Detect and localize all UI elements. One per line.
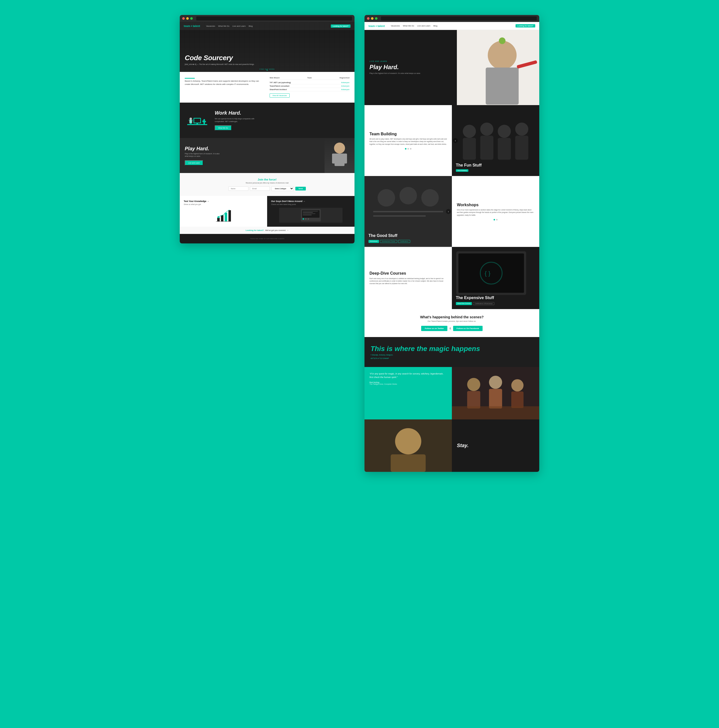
deep-dive-desc: Each and every one of our developers is … bbox=[369, 277, 447, 285]
svg-point-47 bbox=[421, 189, 439, 207]
section2-arrow-right[interactable]: › bbox=[446, 209, 451, 214]
vac-header: Web Wizard Team Hogeschool bbox=[270, 77, 350, 80]
right-nav-vacancies[interactable]: Vacancies bbox=[391, 25, 400, 27]
right-nav-live-learn[interactable]: Live and Learn bbox=[417, 25, 430, 27]
nav-vacancies[interactable]: Vacancies bbox=[206, 25, 215, 27]
svg-point-29 bbox=[307, 218, 309, 220]
good-stuff-tag-1: Workshops bbox=[369, 240, 379, 243]
svg-point-45 bbox=[378, 189, 395, 207]
section1-arrow-left[interactable]: ‹ bbox=[453, 138, 458, 143]
magic-title: This is where the magic happens bbox=[370, 344, 533, 353]
svg-point-6 bbox=[190, 118, 192, 120]
join-email-input[interactable] bbox=[250, 187, 270, 191]
team-building-text: Team Building All work and no play makes… bbox=[364, 105, 452, 176]
svg-point-27 bbox=[303, 218, 304, 220]
good-stuff-tag-2: Development Tracks bbox=[380, 240, 397, 243]
vacancies-list: Web Wizard Team Hogeschool T4T .NET Lab … bbox=[270, 77, 350, 98]
deep-dive-title: Deep-Dive Courses bbox=[369, 271, 447, 275]
join-form: Select Jobtype Send bbox=[185, 186, 350, 191]
right-nav-what-we-do[interactable]: What We Do bbox=[403, 25, 414, 27]
follow-facebook-btn[interactable]: Follow us On Facebook bbox=[453, 326, 483, 331]
fun-stuff-overlay: The Fun Stuff Team Building bbox=[456, 163, 535, 172]
right-hero-tag: LIVE AND LEARN bbox=[369, 60, 452, 62]
nav-links: Vacancies What We Do Live and Learn Blog bbox=[206, 25, 252, 27]
good-stuff-tags: Workshops Development Tracks Certificati… bbox=[369, 240, 448, 243]
workshops-title: Workshops bbox=[457, 202, 534, 207]
svg-rect-0 bbox=[187, 124, 207, 125]
good-stuff-title: The Good Stuff bbox=[369, 233, 448, 238]
accent-bar bbox=[185, 78, 195, 79]
what-we-do-btn[interactable]: What We Do bbox=[215, 125, 232, 131]
blog-right-title: Our Guys Don't Mess Around → bbox=[271, 200, 350, 202]
footer-text: THESE ARE SOME OF OUR AWESOME CLIENTS bbox=[185, 236, 350, 241]
svg-point-65 bbox=[395, 428, 421, 454]
vac-row-2-title: Team4Talent consultant bbox=[270, 85, 289, 87]
right-logo-team: team bbox=[369, 24, 375, 28]
svg-rect-43 bbox=[515, 136, 529, 160]
blog-left-visual bbox=[216, 208, 231, 223]
svg-point-36 bbox=[463, 125, 476, 138]
svg-rect-8 bbox=[203, 119, 205, 124]
svg-rect-50 bbox=[373, 216, 426, 217]
quote-grid: "If in any quest for magic, in any searc… bbox=[364, 367, 539, 419]
join-jobtype-select[interactable]: Select Jobtype bbox=[271, 186, 294, 191]
footer-cta-text: We've got you covered. → bbox=[265, 229, 289, 231]
blog-right-subtitle: Check out their latest blog posts bbox=[271, 203, 350, 205]
svg-point-31 bbox=[488, 41, 517, 70]
quote-author-name: Rod Serling bbox=[369, 381, 379, 383]
right-nav-blog[interactable]: Blog bbox=[433, 25, 438, 27]
nav-what-we-do[interactable]: What We Do bbox=[218, 25, 229, 27]
follow-twitter-btn[interactable]: Follow us on Twitter bbox=[421, 326, 447, 331]
vac-row-3[interactable]: SharePoint Architect Antwerpen bbox=[270, 88, 350, 91]
dot-2-active bbox=[494, 219, 495, 220]
live-learn-btn[interactable]: Live and Learn bbox=[185, 160, 203, 165]
left-browser-window: team + talent Vacancies What We Do Live … bbox=[180, 15, 355, 243]
svg-rect-15 bbox=[217, 218, 220, 222]
vac-row-1[interactable]: T4T .NET Lab (oplending) Antwerpen bbox=[270, 81, 350, 84]
right-hero-desc: Play is the highest form of research. It… bbox=[369, 72, 452, 75]
good-stuff-tag-3: Certifications bbox=[398, 240, 410, 243]
right-logo-talent: talent bbox=[378, 24, 385, 28]
footer-section: THESE ARE SOME OF OUR AWESOME CLIENTS bbox=[180, 234, 355, 243]
blog-right: Our Guys Don't Mess Around → Check out t… bbox=[267, 196, 355, 227]
vacancies-text: Based in Antwerp, Team4Talent trains and… bbox=[185, 77, 265, 98]
svg-rect-63 bbox=[452, 406, 539, 419]
svg-point-42 bbox=[515, 122, 529, 136]
svg-rect-60 bbox=[489, 389, 502, 408]
right-section-1: Team Building All work and no play makes… bbox=[364, 105, 539, 176]
work-hard-desc: We use special forces to help large comp… bbox=[215, 117, 255, 123]
bs-buttons: Follow us on Twitter & Follow us On Face… bbox=[370, 326, 533, 331]
expensive-tag-2: Certifications & Bootcamps bbox=[473, 302, 494, 305]
join-send-btn[interactable]: Send bbox=[295, 187, 306, 191]
nav-cta[interactable]: Looking for talent? bbox=[331, 24, 350, 28]
svg-rect-39 bbox=[480, 136, 494, 160]
dot-1-2 bbox=[407, 148, 409, 150]
quote-author: Rod Serling The Twilight Zone, Complete … bbox=[369, 381, 447, 385]
footer-cta-link[interactable]: Looking for talent? bbox=[246, 229, 264, 231]
right-dot-yellow bbox=[371, 17, 373, 20]
stay-text: Stay. bbox=[452, 419, 539, 472]
svg-rect-18 bbox=[228, 210, 231, 222]
vac-row-2[interactable]: Team4Talent consultant Antwerpen bbox=[270, 84, 350, 88]
svg-rect-26 bbox=[303, 215, 312, 215]
fun-stuff-title: The Fun Stuff bbox=[456, 163, 535, 168]
nav-live-and-learn[interactable]: Live and Learn bbox=[233, 25, 246, 27]
join-name-input[interactable] bbox=[228, 187, 248, 191]
expensive-stuff-image: { } The Expensive Stuff Deep-Dive Course… bbox=[452, 247, 539, 309]
svg-rect-7 bbox=[189, 120, 192, 123]
nav-blog[interactable]: Blog bbox=[249, 25, 252, 27]
join-title: Join the force! bbox=[185, 178, 350, 181]
logo-team: team bbox=[184, 24, 190, 28]
join-section: Join the force! Receive personal job off… bbox=[180, 173, 355, 196]
svg-point-38 bbox=[480, 122, 494, 136]
browser-chrome-right bbox=[364, 15, 539, 22]
fun-stuff-tag: Team Building bbox=[456, 169, 468, 172]
view-all-vacancies-btn[interactable]: View All Vacancies bbox=[270, 93, 289, 98]
right-logo-plus: + bbox=[375, 24, 377, 28]
play-hard-section: Play Hard. Play is the highest form of r… bbox=[180, 138, 355, 173]
right-nav-cta[interactable]: Looking for talent? bbox=[516, 24, 535, 28]
play-person-photo bbox=[324, 138, 355, 173]
team-building-desc: All work and no play makes .NET develope… bbox=[369, 138, 447, 145]
hero-section: team + talent Vacancies What We Do Live … bbox=[180, 22, 355, 72]
workshops-text: Workshops One of our more experienced co… bbox=[452, 176, 539, 247]
